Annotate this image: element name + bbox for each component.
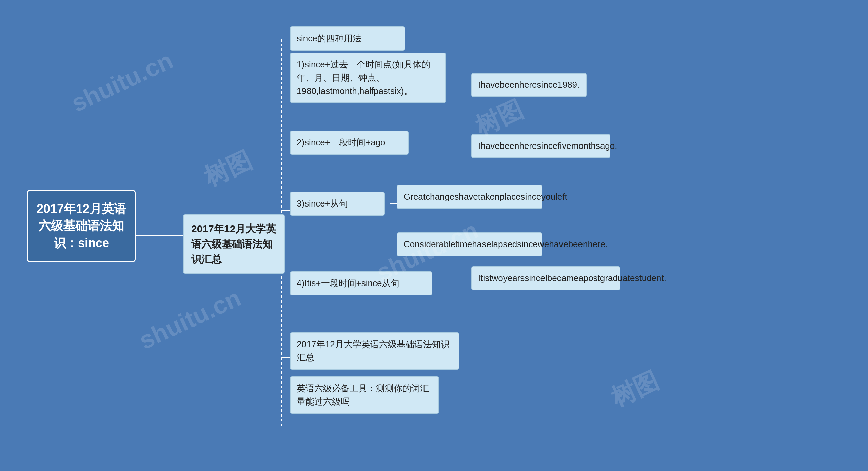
level2-label-1: since的四种用法 <box>297 33 361 43</box>
level3-label-3: Greatchangeshavetakenplacesinceyouleft <box>403 192 567 202</box>
level3-node-5: Itistwoyearssincelbecameapostgraduatestu… <box>471 266 620 290</box>
level2-node-7: 英语六级必备工具：测测你的词汇量能过六级吗 <box>290 376 439 414</box>
level1-label: 2017年12月大学英语六级基础语法知识汇总 <box>191 223 276 265</box>
root-label: 2017年12月英语六级基础语法知识：since <box>37 202 126 250</box>
level2-label-5: 4)Itis+一段时间+since从句 <box>297 278 399 288</box>
level3-label-5: Itistwoyearssincelbecameapostgraduatestu… <box>478 273 666 283</box>
level3-node-2: Ihavebeenheresincefivemonthsago. <box>471 134 610 158</box>
level2-label-7: 英语六级必备工具：测测你的词汇量能过六级吗 <box>297 383 429 407</box>
level2-node-2: 1)since+过去一个时间点(如具体的年、月、日期、钟点、1980,lastm… <box>290 53 446 103</box>
level2-node-6: 2017年12月大学英语六级基础语法知识汇总 <box>290 332 459 370</box>
level2-label-2: 1)since+过去一个时间点(如具体的年、月、日期、钟点、1980,lastm… <box>297 59 430 96</box>
level3-label-1: Ihavebeenheresince1989. <box>478 80 579 90</box>
level2-node-5: 4)Itis+一段时间+since从句 <box>290 271 432 295</box>
level3-node-1: Ihavebeenheresince1989. <box>471 73 587 97</box>
level2-node-1: since的四种用法 <box>290 26 405 51</box>
level3-node-3: Greatchangeshavetakenplacesinceyouleft <box>397 185 542 209</box>
level3-label-2: Ihavebeenheresincefivemonthsago. <box>478 141 617 151</box>
root-node: 2017年12月英语六级基础语法知识：since <box>27 190 136 262</box>
level2-label-3: 2)since+一段时间+ago <box>297 137 386 148</box>
mindmap: 2017年12月英语六级基础语法知识：since 2017年12月大学英语六级基… <box>0 0 868 471</box>
level2-label-4: 3)since+从句 <box>297 198 348 209</box>
level2-node-4: 3)since+从句 <box>290 192 385 216</box>
level3-label-4: Considerabletimehaselapsedsincewehavebee… <box>403 239 608 249</box>
level1-node: 2017年12月大学英语六级基础语法知识汇总 <box>183 214 285 274</box>
level3-node-4: Considerabletimehaselapsedsincewehavebee… <box>397 232 542 256</box>
level2-node-3: 2)since+一段时间+ago <box>290 131 409 155</box>
level2-label-6: 2017年12月大学英语六级基础语法知识汇总 <box>297 339 450 362</box>
